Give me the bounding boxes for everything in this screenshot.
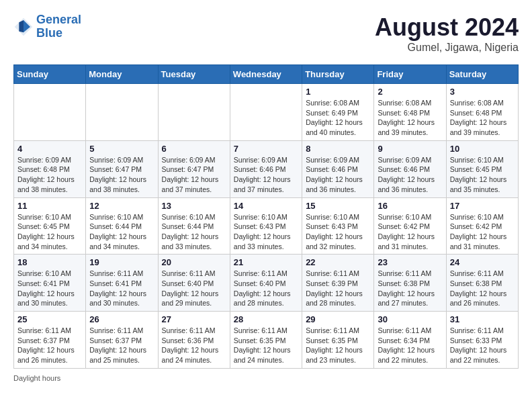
day-number: 4 <box>17 144 82 154</box>
calendar-cell: 19Sunrise: 6:11 AM Sunset: 6:41 PM Dayli… <box>86 255 158 312</box>
day-number: 2 <box>378 87 442 97</box>
day-info: Sunrise: 6:10 AM Sunset: 6:44 PM Dayligh… <box>89 212 154 252</box>
calendar-cell: 11Sunrise: 6:10 AM Sunset: 6:45 PM Dayli… <box>14 197 86 255</box>
day-info: Sunrise: 6:11 AM Sunset: 6:40 PM Dayligh… <box>162 269 226 308</box>
calendar-cell: 14Sunrise: 6:10 AM Sunset: 6:43 PM Dayli… <box>230 197 302 255</box>
calendar-week-5: 25Sunrise: 6:11 AM Sunset: 6:37 PM Dayli… <box>14 312 519 369</box>
calendar-cell: 21Sunrise: 6:11 AM Sunset: 6:40 PM Dayli… <box>230 255 302 312</box>
calendar-cell: 30Sunrise: 6:11 AM Sunset: 6:34 PM Dayli… <box>374 312 446 369</box>
day-number: 7 <box>234 144 298 154</box>
day-info: Sunrise: 6:11 AM Sunset: 6:41 PM Dayligh… <box>89 269 154 308</box>
calendar-cell: 26Sunrise: 6:11 AM Sunset: 6:37 PM Dayli… <box>86 312 158 369</box>
calendar-week-3: 11Sunrise: 6:10 AM Sunset: 6:45 PM Dayli… <box>14 197 519 255</box>
day-info: Sunrise: 6:11 AM Sunset: 6:36 PM Dayligh… <box>162 326 226 365</box>
day-info: Sunrise: 6:08 AM Sunset: 6:48 PM Dayligh… <box>450 98 515 138</box>
location: Gumel, Jigawa, Nigeria <box>375 42 519 54</box>
calendar-cell: 8Sunrise: 6:09 AM Sunset: 6:46 PM Daylig… <box>302 140 374 197</box>
day-number: 6 <box>162 144 226 154</box>
calendar-cell: 1Sunrise: 6:08 AM Sunset: 6:49 PM Daylig… <box>302 84 374 141</box>
header-day-friday: Friday <box>374 65 446 84</box>
header-day-wednesday: Wednesday <box>230 65 302 84</box>
day-info: Sunrise: 6:11 AM Sunset: 6:40 PM Dayligh… <box>234 269 298 308</box>
calendar-cell: 23Sunrise: 6:11 AM Sunset: 6:38 PM Dayli… <box>374 255 446 312</box>
calendar-table: SundayMondayTuesdayWednesdayThursdayFrid… <box>13 64 519 369</box>
calendar-header-row: SundayMondayTuesdayWednesdayThursdayFrid… <box>14 65 519 84</box>
calendar-cell: 31Sunrise: 6:11 AM Sunset: 6:33 PM Dayli… <box>446 312 518 369</box>
day-info: Sunrise: 6:11 AM Sunset: 6:38 PM Dayligh… <box>450 269 515 308</box>
calendar-cell: 2Sunrise: 6:08 AM Sunset: 6:48 PM Daylig… <box>374 84 446 141</box>
logo: General Blue <box>13 13 81 40</box>
day-info: Sunrise: 6:08 AM Sunset: 6:48 PM Dayligh… <box>378 98 442 138</box>
calendar-cell: 25Sunrise: 6:11 AM Sunset: 6:37 PM Dayli… <box>14 312 86 369</box>
day-info: Sunrise: 6:09 AM Sunset: 6:47 PM Dayligh… <box>162 155 226 195</box>
title-section: August 2024 Gumel, Jigawa, Nigeria <box>375 13 519 54</box>
day-info: Sunrise: 6:11 AM Sunset: 6:35 PM Dayligh… <box>234 326 298 365</box>
header-day-tuesday: Tuesday <box>158 65 230 84</box>
logo-icon <box>13 17 34 37</box>
day-info: Sunrise: 6:11 AM Sunset: 6:37 PM Dayligh… <box>17 326 82 365</box>
day-number: 23 <box>378 257 442 267</box>
logo-text: General Blue <box>36 13 81 40</box>
day-info: Sunrise: 6:09 AM Sunset: 6:46 PM Dayligh… <box>306 155 370 195</box>
calendar-cell: 15Sunrise: 6:10 AM Sunset: 6:43 PM Dayli… <box>302 197 374 255</box>
calendar-cell: 16Sunrise: 6:10 AM Sunset: 6:42 PM Dayli… <box>374 197 446 255</box>
calendar-cell: 6Sunrise: 6:09 AM Sunset: 6:47 PM Daylig… <box>158 140 230 197</box>
day-info: Sunrise: 6:09 AM Sunset: 6:46 PM Dayligh… <box>378 155 442 195</box>
calendar-cell: 9Sunrise: 6:09 AM Sunset: 6:46 PM Daylig… <box>374 140 446 197</box>
day-number: 3 <box>450 87 515 97</box>
day-info: Sunrise: 6:10 AM Sunset: 6:44 PM Dayligh… <box>162 212 226 252</box>
calendar-cell <box>230 84 302 141</box>
calendar-cell <box>158 84 230 141</box>
day-number: 30 <box>378 314 442 324</box>
calendar-cell: 17Sunrise: 6:10 AM Sunset: 6:42 PM Dayli… <box>446 197 518 255</box>
day-number: 26 <box>89 314 154 324</box>
day-number: 24 <box>450 257 515 267</box>
day-info: Sunrise: 6:10 AM Sunset: 6:43 PM Dayligh… <box>234 212 298 252</box>
day-info: Sunrise: 6:10 AM Sunset: 6:42 PM Dayligh… <box>450 212 515 252</box>
day-info: Sunrise: 6:11 AM Sunset: 6:33 PM Dayligh… <box>450 326 515 365</box>
header-day-sunday: Sunday <box>14 65 86 84</box>
day-number: 22 <box>306 257 370 267</box>
day-info: Sunrise: 6:11 AM Sunset: 6:39 PM Dayligh… <box>306 269 370 308</box>
day-number: 20 <box>162 257 226 267</box>
day-number: 28 <box>234 314 298 324</box>
day-number: 19 <box>89 257 154 267</box>
day-info: Sunrise: 6:09 AM Sunset: 6:47 PM Dayligh… <box>89 155 154 195</box>
day-info: Sunrise: 6:10 AM Sunset: 6:43 PM Dayligh… <box>306 212 370 252</box>
calendar-cell: 13Sunrise: 6:10 AM Sunset: 6:44 PM Dayli… <box>158 197 230 255</box>
calendar-week-1: 1Sunrise: 6:08 AM Sunset: 6:49 PM Daylig… <box>14 84 519 141</box>
day-number: 21 <box>234 257 298 267</box>
calendar-cell <box>86 84 158 141</box>
page-header: General Blue August 2024 Gumel, Jigawa, … <box>13 13 519 54</box>
day-info: Sunrise: 6:10 AM Sunset: 6:45 PM Dayligh… <box>17 212 82 252</box>
day-number: 17 <box>450 201 515 211</box>
calendar-cell: 12Sunrise: 6:10 AM Sunset: 6:44 PM Dayli… <box>86 197 158 255</box>
day-info: Sunrise: 6:10 AM Sunset: 6:41 PM Dayligh… <box>17 269 82 308</box>
day-info: Sunrise: 6:08 AM Sunset: 6:49 PM Dayligh… <box>306 98 370 138</box>
day-info: Sunrise: 6:11 AM Sunset: 6:37 PM Dayligh… <box>89 326 154 365</box>
calendar-cell: 28Sunrise: 6:11 AM Sunset: 6:35 PM Dayli… <box>230 312 302 369</box>
day-number: 12 <box>89 201 154 211</box>
day-number: 9 <box>378 144 442 154</box>
day-number: 1 <box>306 87 370 97</box>
calendar-cell: 5Sunrise: 6:09 AM Sunset: 6:47 PM Daylig… <box>86 140 158 197</box>
footer-note: Daylight hours <box>13 374 519 382</box>
calendar-cell: 27Sunrise: 6:11 AM Sunset: 6:36 PM Dayli… <box>158 312 230 369</box>
day-info: Sunrise: 6:10 AM Sunset: 6:42 PM Dayligh… <box>378 212 442 252</box>
header-day-saturday: Saturday <box>446 65 518 84</box>
day-info: Sunrise: 6:11 AM Sunset: 6:38 PM Dayligh… <box>378 269 442 308</box>
calendar-cell <box>14 84 86 141</box>
calendar-cell: 24Sunrise: 6:11 AM Sunset: 6:38 PM Dayli… <box>446 255 518 312</box>
day-number: 13 <box>162 201 226 211</box>
day-info: Sunrise: 6:09 AM Sunset: 6:46 PM Dayligh… <box>234 155 298 195</box>
month-year: August 2024 <box>375 13 519 42</box>
header-day-thursday: Thursday <box>302 65 374 84</box>
day-number: 15 <box>306 201 370 211</box>
day-number: 11 <box>17 201 82 211</box>
day-number: 27 <box>162 314 226 324</box>
header-day-monday: Monday <box>86 65 158 84</box>
day-number: 29 <box>306 314 370 324</box>
calendar-week-2: 4Sunrise: 6:09 AM Sunset: 6:48 PM Daylig… <box>14 140 519 197</box>
day-number: 10 <box>450 144 515 154</box>
day-number: 16 <box>378 201 442 211</box>
